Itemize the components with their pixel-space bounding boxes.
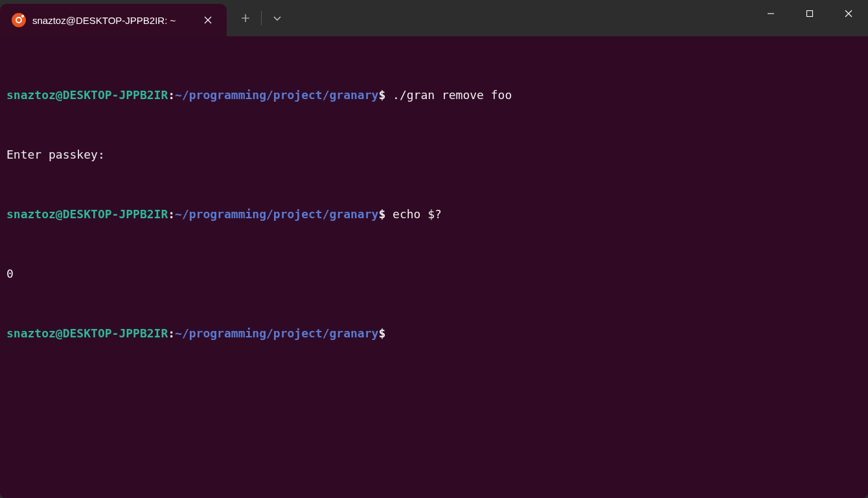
prompt-colon: :: [168, 88, 175, 102]
prompt-path: ~/programming/project/granary: [175, 207, 378, 221]
minimize-icon: [767, 10, 775, 17]
prompt-dollar: $: [378, 326, 385, 340]
close-icon: [845, 10, 852, 17]
plus-icon: [241, 14, 250, 23]
tab-actions: [231, 0, 292, 36]
chevron-down-icon: [273, 14, 282, 23]
prompt-colon: :: [168, 207, 175, 221]
ubuntu-icon: [12, 13, 26, 27]
terminal-body[interactable]: snaztoz@DESKTOP-JPPB2IR:~/programming/pr…: [0, 36, 868, 498]
divider: [261, 11, 262, 25]
tab-active[interactable]: snaztoz@DESKTOP-JPPB2IR: ~: [0, 4, 227, 36]
minimize-button[interactable]: [751, 0, 790, 27]
prompt-user-host: snaztoz@DESKTOP-JPPB2IR: [6, 88, 168, 102]
prompt-dollar: $: [378, 88, 385, 102]
prompt-command: ./gran remove foo: [385, 88, 512, 102]
prompt-path: ~/programming/project/granary: [175, 88, 378, 102]
maximize-icon: [806, 10, 814, 17]
tab-title: snaztoz@DESKTOP-JPPB2IR: ~: [32, 15, 192, 26]
new-tab-button[interactable]: [231, 5, 260, 31]
close-window-button[interactable]: [829, 0, 868, 27]
prompt-path: ~/programming/project/granary: [175, 326, 378, 340]
prompt-user-host: snaztoz@DESKTOP-JPPB2IR: [6, 326, 168, 340]
prompt-colon: :: [168, 326, 175, 340]
svg-rect-0: [807, 11, 813, 17]
close-icon: [204, 16, 212, 24]
tab-dropdown-button[interactable]: [262, 5, 292, 31]
maximize-button[interactable]: [790, 0, 829, 27]
terminal-line: snaztoz@DESKTOP-JPPB2IR:~/programming/pr…: [6, 87, 862, 102]
prompt-user-host: snaztoz@DESKTOP-JPPB2IR: [6, 207, 168, 221]
titlebar: snaztoz@DESKTOP-JPPB2IR: ~: [0, 0, 868, 36]
terminal-line: snaztoz@DESKTOP-JPPB2IR:~/programming/pr…: [6, 207, 862, 221]
terminal-line: snaztoz@DESKTOP-JPPB2IR:~/programming/pr…: [6, 326, 862, 341]
prompt-dollar: $: [378, 207, 385, 221]
titlebar-drag-area[interactable]: [292, 0, 751, 36]
terminal-window: snaztoz@DESKTOP-JPPB2IR: ~: [0, 0, 868, 498]
terminal-output: Enter passkey:: [6, 147, 862, 162]
terminal-output: 0: [6, 266, 862, 281]
prompt-command: echo $?: [385, 207, 442, 221]
tab-close-button[interactable]: [198, 10, 218, 30]
window-controls: [751, 0, 868, 36]
